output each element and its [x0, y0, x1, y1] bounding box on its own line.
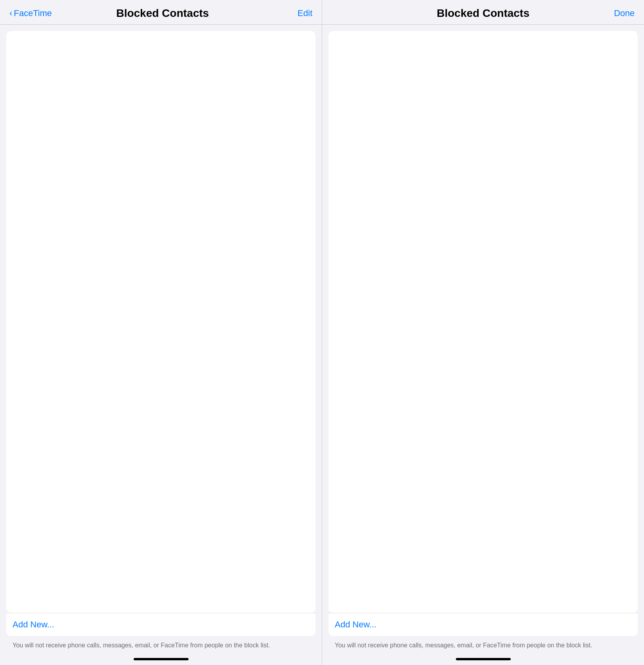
- left-header: ‹ FaceTime Blocked Contacts Edit: [0, 0, 322, 25]
- back-label[interactable]: FaceTime: [14, 8, 52, 18]
- right-add-new-button[interactable]: Add New...: [328, 613, 638, 636]
- right-panel: Blocked Contacts Done Add New... You wil…: [322, 0, 644, 665]
- left-footnote: You will not receive phone calls, messag…: [13, 641, 309, 650]
- left-home-indicator: [134, 658, 189, 660]
- left-panel: ‹ FaceTime Blocked Contacts Edit Add New…: [0, 0, 322, 665]
- back-button[interactable]: ‹ FaceTime: [9, 8, 52, 18]
- edit-button[interactable]: Edit: [273, 8, 312, 18]
- right-home-indicator: [456, 658, 511, 660]
- right-title: Blocked Contacts: [371, 7, 595, 20]
- left-add-new-button[interactable]: Add New...: [6, 613, 316, 636]
- left-title: Blocked Contacts: [52, 7, 273, 20]
- right-add-new-container: Add New...: [328, 613, 638, 636]
- right-header: Blocked Contacts Done: [322, 0, 644, 25]
- right-footnote: You will not receive phone calls, messag…: [335, 641, 631, 650]
- right-contact-list: [328, 31, 638, 613]
- back-chevron-icon: ‹: [9, 8, 12, 18]
- left-add-new-container: Add New...: [6, 613, 316, 636]
- left-contact-list: [6, 31, 316, 613]
- done-button[interactable]: Done: [595, 8, 635, 18]
